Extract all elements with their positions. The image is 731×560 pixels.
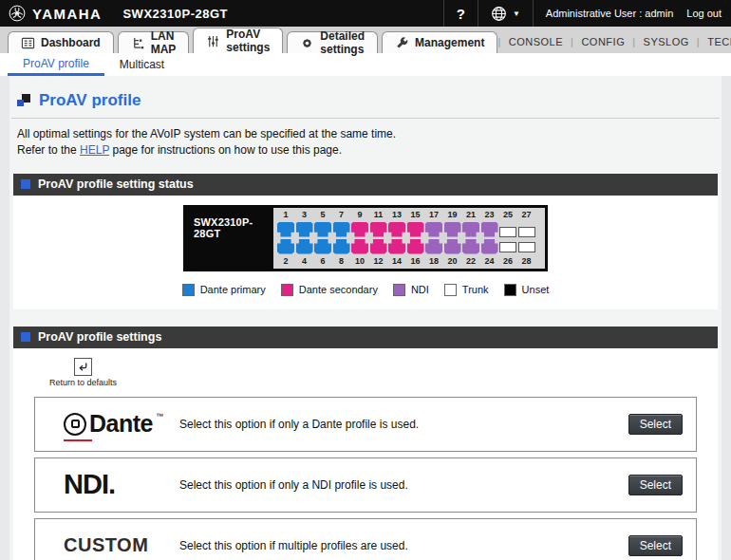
tab-label: ProAV settings [226, 28, 270, 54]
page-heading: ProAV profile [11, 89, 720, 119]
settings-section: ProAV profile settings Return to default… [13, 327, 718, 560]
settings-section-header: ProAV profile settings [13, 327, 718, 348]
port-number: 24 [481, 256, 498, 267]
link-config[interactable]: CONFIG [581, 36, 625, 47]
select-ndi-button[interactable]: Select [628, 475, 683, 495]
legend-swatch [504, 284, 516, 296]
port-number: 6 [314, 256, 331, 267]
port-10 [351, 239, 368, 254]
subtab-proav-profile[interactable]: ProAV profile [8, 53, 104, 76]
separator: | [571, 36, 573, 47]
help-link[interactable]: HELP [80, 143, 109, 157]
port-28 [518, 242, 535, 252]
language-selector[interactable]: ▼ [478, 0, 533, 27]
port-panel: 1234567891011121314151617181920212223242… [273, 208, 545, 269]
return-defaults-label: Return to defaults [49, 378, 117, 387]
select-custom-button[interactable]: Select [628, 535, 683, 556]
port-number: 23 [481, 210, 498, 220]
port-number: 9 [351, 210, 368, 220]
link-techinfo[interactable]: TECHINFO [707, 36, 731, 47]
tab-dashboard[interactable]: Dashboard [8, 31, 114, 53]
dante-mark-icon [64, 413, 86, 436]
ndi-logo: NDI. [64, 469, 115, 500]
port-column: 1112 [370, 210, 387, 267]
legend-label: Dante secondary [299, 284, 378, 295]
port-column: 1920 [444, 210, 461, 267]
custom-logo: CUSTOM [64, 534, 148, 556]
logout-button[interactable]: Log out [681, 0, 731, 27]
legend-label: Unset [522, 284, 550, 295]
port-number: 4 [296, 256, 313, 267]
legend-item: NDI [393, 284, 429, 296]
port-27 [518, 227, 535, 237]
legend-swatch [393, 284, 405, 296]
port-number: 1 [277, 210, 294, 220]
link-console[interactable]: CONSOLE [509, 36, 563, 47]
page-description: All optimal settings for the AVoIP syste… [11, 126, 720, 159]
tab-detailed-settings[interactable]: Detailed settings [287, 31, 378, 53]
port-column: 1516 [407, 210, 424, 267]
yamaha-logo-icon [8, 4, 27, 23]
port-column: 1718 [425, 210, 442, 267]
port-5 [314, 222, 331, 237]
port-column: 2728 [518, 210, 535, 267]
port-2 [277, 239, 294, 254]
tab-lan-map[interactable]: LAN MAP [118, 31, 190, 53]
return-defaults-icon [74, 358, 92, 376]
port-number: 26 [499, 256, 516, 267]
separator: | [632, 36, 635, 47]
port-4 [296, 239, 313, 254]
page-title: ProAV profile [39, 91, 141, 110]
port-6 [314, 239, 331, 254]
port-column: 2324 [481, 210, 498, 267]
port-number: 3 [296, 210, 313, 220]
main-tab-bar: Dashboard LAN MAP ProAV set [0, 27, 731, 53]
port-17 [425, 222, 442, 237]
port-23 [481, 222, 498, 237]
port-26 [499, 242, 516, 252]
separator: | [697, 36, 700, 47]
port-number: 15 [407, 210, 424, 220]
port-11 [370, 222, 387, 237]
subtab-multicast[interactable]: Multicast [104, 53, 179, 76]
switch-model-label: SWX2310P-28GT [186, 208, 273, 269]
port-column: 12 [277, 210, 294, 267]
option-description: Select this option if only a Dante profi… [179, 418, 419, 431]
lan-map-icon [131, 36, 145, 50]
tab-management[interactable]: Management [382, 31, 497, 53]
port-20 [444, 239, 461, 254]
help-button[interactable]: ? [443, 0, 478, 27]
description-line2-prefix: Refer to the [17, 143, 80, 157]
port-number: 12 [370, 256, 387, 267]
legend: Dante primaryDante secondaryNDITrunkUnse… [13, 284, 718, 296]
legend-item: Dante primary [182, 284, 266, 296]
tab-proav-settings[interactable]: ProAV settings [193, 28, 283, 53]
legend-label: Trunk [462, 284, 489, 295]
device-model: SWX2310P-28GT [122, 7, 228, 21]
logged-in-user: Administrative User : admin [533, 0, 682, 27]
trademark-symbol: ™ [156, 412, 163, 420]
port-1 [277, 222, 294, 237]
blue-square-icon [21, 332, 30, 342]
port-15 [407, 222, 424, 237]
port-number: 17 [425, 210, 442, 220]
page-title-icon [17, 94, 30, 107]
tab-label: Dashboard [41, 36, 101, 49]
legend-swatch [182, 284, 195, 296]
dashboard-icon [21, 36, 35, 50]
port-number: 25 [499, 210, 516, 220]
link-syslog[interactable]: SYSLOG [644, 36, 689, 47]
port-number: 16 [407, 256, 424, 267]
separator: | [497, 36, 500, 47]
return-to-defaults-button[interactable]: Return to defaults [49, 358, 117, 387]
option-description: Select this option if multiple profiles … [179, 539, 408, 552]
status-section: ProAV profile setting status SWX2310P-28… [13, 174, 718, 309]
port-number: 21 [462, 210, 479, 220]
port-number: 5 [314, 210, 331, 220]
option-row-custom: CUSTOM Select this option if multiple pr… [34, 518, 697, 560]
port-21 [462, 222, 479, 237]
select-dante-button[interactable]: Select [628, 414, 683, 435]
port-number: 14 [388, 256, 405, 267]
legend-item: Trunk [444, 284, 489, 296]
tab-label: LAN MAP [151, 29, 177, 56]
